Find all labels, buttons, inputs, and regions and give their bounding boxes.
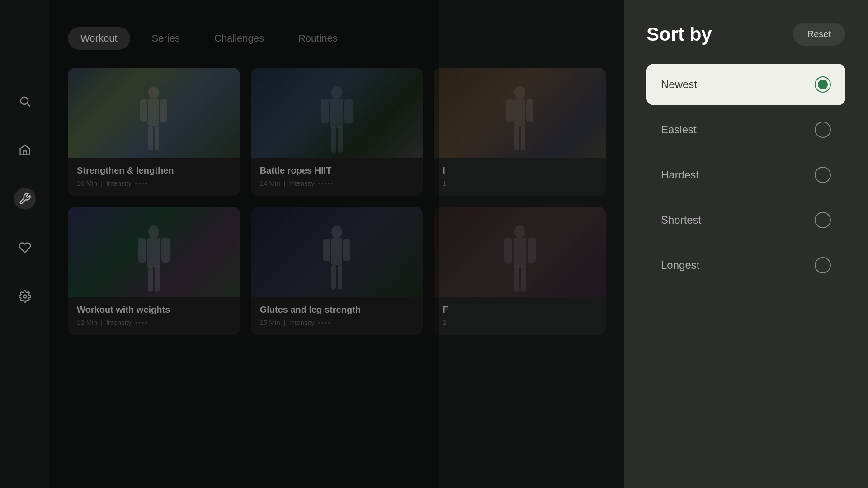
radio-hardest (815, 167, 831, 183)
svg-rect-6 (140, 99, 147, 122)
card-image (68, 68, 240, 158)
svg-rect-30 (323, 239, 330, 261)
svg-rect-26 (148, 266, 153, 292)
workout-card[interactable]: Glutes and leg strength 15 Min | Intensi… (251, 207, 423, 335)
sidebar (0, 0, 50, 488)
sort-option-newest[interactable]: Newest (646, 64, 845, 105)
workout-card[interactable]: F 2 (434, 207, 606, 335)
svg-rect-15 (338, 127, 343, 153)
svg-rect-14 (331, 127, 336, 153)
svg-point-22 (148, 225, 159, 238)
main-content: Workout Series Challenges Routines (50, 0, 624, 488)
workout-card[interactable]: I 1 (434, 68, 606, 196)
svg-point-3 (24, 295, 27, 298)
svg-rect-2 (24, 151, 27, 155)
svg-rect-8 (148, 126, 153, 150)
workout-title: Strengthen & lengthen (77, 165, 231, 176)
radio-shortest (815, 212, 831, 228)
tab-workout[interactable]: Workout (68, 27, 130, 50)
svg-point-0 (21, 97, 28, 104)
svg-rect-25 (161, 238, 170, 263)
sort-option-hardest[interactable]: Hardest (646, 154, 845, 196)
workout-title: Glutes and leg strength (260, 305, 414, 315)
sort-option-shortest[interactable]: Shortest (646, 199, 845, 241)
sort-panel: Sort by Reset Newest Easiest Hardest (624, 0, 868, 488)
workout-meta: 1 (443, 179, 597, 187)
svg-rect-36 (504, 238, 512, 263)
svg-line-1 (27, 103, 30, 106)
workout-meta: 14 Min | Intensity ••••• (260, 179, 414, 187)
workout-info: Strengthen & lengthen 16 Min | Intensity… (68, 158, 240, 196)
svg-point-28 (331, 225, 342, 238)
sort-option-label: Easiest (661, 123, 697, 136)
radio-inner (818, 80, 828, 89)
workout-info: F 2 (434, 297, 606, 335)
workout-card[interactable]: Battle ropes HIIT 14 Min | Intensity •••… (251, 68, 423, 196)
radio-easiest (815, 122, 831, 138)
home-icon[interactable] (14, 139, 36, 161)
tab-challenges[interactable]: Challenges (202, 27, 277, 50)
tab-routines[interactable]: Routines (286, 27, 350, 50)
card-image (251, 207, 423, 297)
svg-rect-35 (514, 238, 526, 267)
svg-rect-21 (521, 126, 525, 150)
svg-rect-39 (521, 266, 526, 292)
svg-rect-32 (331, 265, 336, 290)
radio-newest (815, 76, 831, 93)
sort-title: Sort by (646, 23, 712, 45)
tabs-nav: Workout Series Challenges Routines (68, 27, 606, 50)
svg-rect-7 (160, 99, 167, 122)
sort-option-label: Newest (661, 78, 697, 91)
workout-meta: 15 Min | Intensity •••• (260, 319, 414, 326)
workout-meta: 12 Min | Intensity •••• (77, 319, 231, 326)
sort-option-longest[interactable]: Longest (646, 244, 845, 286)
svg-rect-27 (155, 266, 160, 292)
workout-title: Workout with weights (77, 305, 231, 315)
sort-option-label: Longest (661, 259, 699, 272)
svg-rect-9 (155, 126, 159, 150)
card-image (434, 68, 606, 158)
svg-point-4 (148, 86, 159, 99)
search-icon[interactable] (14, 90, 36, 112)
svg-rect-18 (506, 99, 514, 122)
card-image (68, 207, 240, 297)
reset-button[interactable]: Reset (793, 23, 845, 46)
card-image (251, 68, 423, 158)
radio-longest (815, 257, 831, 273)
tab-series[interactable]: Series (139, 27, 193, 50)
svg-rect-37 (528, 238, 536, 263)
workout-title: Battle ropes HIIT (260, 165, 414, 176)
sort-option-label: Hardest (661, 169, 699, 181)
tools-icon[interactable] (14, 188, 36, 210)
workout-title: I (443, 165, 597, 176)
svg-rect-33 (338, 265, 342, 290)
svg-rect-38 (514, 266, 519, 292)
workout-grid: Strengthen & lengthen 16 Min | Intensity… (68, 68, 606, 335)
svg-rect-23 (147, 238, 160, 267)
workout-info: I 1 (434, 158, 606, 196)
workout-title: F (443, 305, 597, 315)
workout-info: Workout with weights 12 Min | Intensity … (68, 297, 240, 335)
sort-option-label: Shortest (661, 214, 701, 226)
svg-point-16 (514, 86, 525, 99)
content-wrapper: Workout Series Challenges Routines (50, 0, 868, 488)
svg-rect-31 (343, 239, 350, 261)
svg-point-34 (514, 225, 525, 238)
workout-card[interactable]: Strengthen & lengthen 16 Min | Intensity… (68, 68, 240, 196)
svg-rect-17 (514, 99, 525, 126)
svg-rect-20 (514, 126, 519, 150)
workout-info: Glutes and leg strength 15 Min | Intensi… (251, 297, 423, 335)
sort-options: Newest Easiest Hardest Shortest (646, 64, 845, 286)
favorites-icon[interactable] (14, 237, 36, 258)
svg-rect-12 (321, 99, 329, 123)
svg-rect-19 (526, 99, 533, 122)
svg-rect-5 (148, 99, 159, 126)
sort-header: Sort by Reset (646, 23, 845, 46)
settings-icon[interactable] (14, 286, 36, 307)
workout-card[interactable]: Workout with weights 12 Min | Intensity … (68, 207, 240, 335)
svg-rect-13 (344, 99, 353, 123)
sort-option-easiest[interactable]: Easiest (646, 109, 845, 150)
svg-point-10 (331, 86, 342, 99)
svg-rect-29 (331, 238, 342, 265)
svg-rect-24 (138, 238, 146, 263)
